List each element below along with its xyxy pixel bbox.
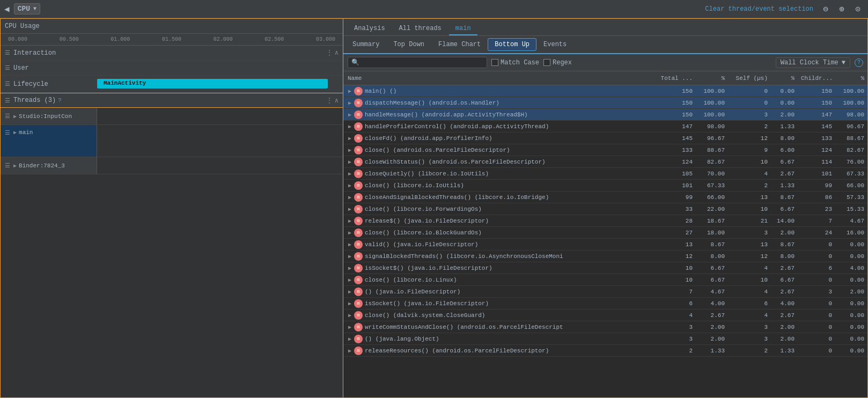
threads-options-icon[interactable]: ⋮	[326, 97, 333, 105]
row-expand-icon[interactable]: ▶	[345, 241, 354, 248]
row-expand-icon[interactable]: ▶	[345, 159, 354, 165]
row-total: 150	[653, 100, 696, 106]
row-expand-icon[interactable]: ▶	[345, 100, 354, 106]
table-container[interactable]: Name Total ... % Self (µs) % Childr... %…	[343, 71, 867, 397]
table-row[interactable]: ▶ m writeCommStatusAndClose() (android.o…	[343, 321, 867, 333]
wall-clock-dropdown[interactable]: Wall Clock Time ▼	[776, 57, 850, 68]
row-pct: 4.67	[696, 289, 728, 295]
table-row[interactable]: ▶ m close() (libcore.io.Linux) 10 6.67 1…	[343, 274, 867, 286]
binder-thread-expand[interactable]: ▶	[13, 163, 17, 169]
zoom-in-icon[interactable]: ⊕	[836, 3, 848, 15]
interaction-row: ☰ Interaction ⋮ ∧	[1, 46, 343, 61]
cpu-selector[interactable]: CPU ▼	[14, 3, 40, 14]
table-row[interactable]: ▶ m handleMessage() (android.app.Activit…	[343, 109, 867, 121]
zoom-out-icon[interactable]: ⊖	[820, 3, 832, 15]
table-row[interactable]: ▶ m () (java.io.FileDescriptor) 7 4.67 4…	[343, 286, 867, 298]
row-expand-icon[interactable]: ▶	[345, 88, 354, 94]
row-total: 101	[653, 182, 696, 189]
row-expand-icon[interactable]: ▶	[345, 336, 354, 342]
table-row[interactable]: ▶ m close() (libcore.io.IoUtils) 101 67.…	[343, 180, 867, 191]
row-expand-icon[interactable]: ▶	[345, 265, 354, 271]
row-children: 0	[798, 336, 835, 342]
threads-help-icon[interactable]: ?	[58, 97, 62, 104]
clear-selection-button[interactable]: Clear thread/event selection	[705, 5, 813, 13]
table-row[interactable]: ▶ m valid() (java.io.FileDescriptor) 13 …	[343, 239, 867, 250]
search-input[interactable]	[362, 59, 483, 67]
row-expand-icon[interactable]: ▶	[345, 253, 354, 260]
row-pct: 82.67	[696, 159, 728, 165]
row-self: 6	[728, 300, 771, 307]
row-method-icon: m	[354, 217, 363, 225]
row-self: 12	[728, 135, 771, 142]
threads-collapse-icon[interactable]: ∧	[335, 97, 339, 105]
row-func-name: close() (libcore.io.Linux)	[365, 277, 653, 283]
table-row[interactable]: ▶ m close() (libcore.io.BlockGuardOs) 27…	[343, 227, 867, 239]
row-expand-icon[interactable]: ▶	[345, 218, 354, 224]
tab-main[interactable]: main	[449, 23, 477, 35]
subtab-top-down[interactable]: Top Down	[386, 38, 431, 51]
regex-label[interactable]: Regex	[543, 59, 572, 67]
table-row[interactable]: ▶ m releaseResources() (android.os.Parce…	[343, 345, 867, 357]
table-row[interactable]: ▶ m closeWithStatus() (android.os.Parcel…	[343, 156, 867, 168]
row-children: 3	[798, 289, 835, 295]
row-expand-icon[interactable]: ▶	[345, 194, 354, 201]
row-expand-icon[interactable]: ▶	[345, 147, 354, 153]
row-total: 3	[653, 324, 696, 330]
table-row[interactable]: ▶ m release$() (java.io.FileDescriptor) …	[343, 215, 867, 227]
table-row[interactable]: ▶ m handleProfilerControl() (android.app…	[343, 121, 867, 132]
row-expand-icon[interactable]: ▶	[345, 123, 354, 130]
row-expand-icon[interactable]: ▶	[345, 182, 354, 189]
table-row[interactable]: ▶ m close() (android.os.ParcelFileDescri…	[343, 144, 867, 156]
row-pct: 100.00	[696, 112, 728, 118]
row-expand-icon[interactable]: ▶	[345, 277, 354, 283]
row-method-icon: m	[354, 122, 363, 131]
interaction-options-icon[interactable]: ⋮	[326, 49, 333, 57]
row-expand-icon[interactable]: ▶	[345, 171, 354, 177]
interaction-collapse-icon[interactable]: ∧	[335, 49, 339, 57]
table-row[interactable]: ▶ m closeAndSignalBlockedThreads() (libc…	[343, 191, 867, 203]
table-row[interactable]: ▶ m closeQuietly() (libcore.io.IoUtils) …	[343, 168, 867, 180]
table-body: ▶ m main() () 150 100.00 0 0.00 150 100.…	[343, 85, 867, 357]
tab-all-threads[interactable]: All threads	[393, 23, 448, 35]
row-name-cell: ▶ m valid() (java.io.FileDescriptor)	[343, 240, 653, 249]
subtab-events[interactable]: Events	[536, 38, 573, 51]
row-name-cell: ▶ m writeCommStatusAndClose() (android.o…	[343, 323, 653, 331]
studio-thread-expand[interactable]: ▶	[13, 113, 17, 120]
table-row[interactable]: ▶ m close() (dalvik.system.CloseGuard) 4…	[343, 309, 867, 321]
match-case-label[interactable]: Match Case	[491, 59, 539, 67]
table-row[interactable]: ▶ m signalBlockedThreads() (libcore.io.A…	[343, 250, 867, 262]
table-row[interactable]: ▶ m isSocket() (java.io.FileDescriptor) …	[343, 298, 867, 309]
row-expand-icon[interactable]: ▶	[345, 230, 354, 236]
row-expand-icon[interactable]: ▶	[345, 324, 354, 330]
regex-checkbox[interactable]	[543, 59, 550, 66]
help-question-icon[interactable]: ?	[855, 58, 863, 67]
row-expand-icon[interactable]: ▶	[345, 206, 354, 212]
cpu-label: CPU	[18, 5, 30, 13]
table-row[interactable]: ▶ m closeFd() (android.app.ProfilerInfo)…	[343, 132, 867, 144]
row-expand-icon[interactable]: ▶	[345, 300, 354, 307]
tab-analysis[interactable]: Analysis	[348, 23, 392, 35]
table-row[interactable]: ▶ m isSocket$() (java.io.FileDescriptor)…	[343, 262, 867, 274]
row-func-name: signalBlockedThreads() (libcore.io.Async…	[365, 253, 653, 260]
table-row[interactable]: ▶ m () (java.lang.Object) 3 2.00 3 2.00 …	[343, 333, 867, 345]
row-expand-icon[interactable]: ▶	[345, 112, 354, 118]
row-pct2: 8.67	[771, 241, 798, 248]
toolbar-icons: ⊖ ⊕ ⊙	[820, 3, 864, 15]
table-row[interactable]: ▶ m dispatchMessage() (android.os.Handle…	[343, 97, 867, 109]
subtab-flame-chart[interactable]: Flame Chart	[431, 38, 488, 51]
fit-icon[interactable]: ⊙	[852, 3, 864, 15]
row-pct: 98.00	[696, 123, 728, 130]
main-thread-expand[interactable]: ▶	[13, 129, 17, 136]
match-case-checkbox[interactable]	[491, 59, 498, 66]
subtab-bottom-up[interactable]: Bottom Up	[488, 38, 536, 51]
back-button[interactable]: ◀	[4, 4, 10, 14]
subtab-summary[interactable]: Summary	[345, 38, 386, 51]
row-pct: 2.00	[696, 324, 728, 330]
row-expand-icon[interactable]: ▶	[345, 348, 354, 354]
row-name-cell: ▶ m close() (libcore.io.ForwardingOs)	[343, 205, 653, 213]
row-expand-icon[interactable]: ▶	[345, 135, 354, 142]
row-expand-icon[interactable]: ▶	[345, 289, 354, 295]
table-row[interactable]: ▶ m main() () 150 100.00 0 0.00 150 100.…	[343, 85, 867, 97]
table-row[interactable]: ▶ m close() (libcore.io.ForwardingOs) 33…	[343, 203, 867, 215]
row-expand-icon[interactable]: ▶	[345, 312, 354, 319]
